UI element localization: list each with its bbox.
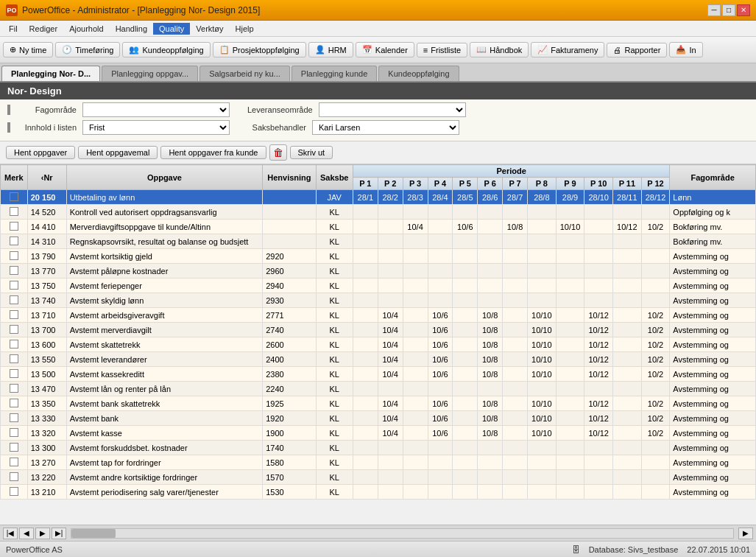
row-checkbox[interactable] (10, 369, 18, 378)
tab-kundeoppfolging[interactable]: Kundeoppfølging (378, 66, 459, 81)
toolbar-kundeoppfolging[interactable]: 👥 Kundeoppfølging (122, 42, 210, 57)
table-row[interactable]: 13 710Avstemt arbeidsgiveravgift2771KL10… (1, 308, 756, 323)
menu-quality[interactable]: Quality (153, 23, 190, 35)
nav-prev[interactable]: ◀ (19, 528, 34, 539)
row-checkbox[interactable] (10, 340, 18, 348)
hent-oppgaver-button[interactable]: Hent oppgaver (6, 146, 75, 159)
row-checkbox[interactable] (10, 354, 18, 363)
table-row[interactable]: 13 330Avstemt bank1920KL10/410/610/810/1… (1, 411, 756, 426)
innhold-select[interactable]: Frist (82, 120, 230, 135)
table-container[interactable]: Merk ‹Nr Oppgave Henvisning Saksbe Perio… (0, 164, 756, 557)
toolbar-prosjektoppfolging[interactable]: 📋 Prosjektoppfølging (213, 42, 306, 57)
table-row[interactable]: 13 210Avstemt periodisering salg varer/t… (1, 485, 756, 500)
app-icon: PO (6, 4, 18, 16)
row-p12 (641, 382, 670, 396)
row-checkbox[interactable] (10, 487, 18, 496)
table-row[interactable]: 14 520Kontroll ved autorisert oppdragsan… (1, 205, 756, 220)
toolbar-in[interactable]: 📥 In (669, 42, 702, 57)
row-checkbox[interactable] (10, 266, 18, 275)
row-p5 (453, 323, 478, 337)
nav-first[interactable]: |◀ (3, 528, 18, 539)
row-checkbox[interactable] (10, 428, 18, 437)
toolbar-ny-time[interactable]: ⊕ Ny time (3, 42, 53, 57)
nav-scroll-right[interactable]: ▶ (738, 528, 753, 539)
table-row[interactable]: 13 320Avstemt kasse1900KL10/410/610/810/… (1, 426, 756, 441)
table-row[interactable]: 13 220Avstemt andre kortsiktige fordring… (1, 470, 756, 485)
row-checkbox[interactable] (10, 325, 18, 334)
table-row[interactable]: 13 740Avstemt skyldig lønn2930KLAvstemmi… (1, 293, 756, 308)
row-checkbox[interactable] (10, 237, 18, 245)
table-row[interactable]: 14 410Merverdiavgiftsoppgave til kunde/A… (1, 220, 756, 234)
table-row[interactable]: 13 750Avstemt feriepenger2940KLAvstemmin… (1, 278, 756, 293)
nav-next[interactable]: ▶ (35, 528, 50, 539)
delete-button[interactable]: 🗑 (269, 144, 287, 161)
tab-salgsarbeid[interactable]: Salgsarbeid ny ku... (199, 66, 290, 81)
row-p4: 10/6 (428, 426, 453, 441)
row-p12: 10/2 (641, 367, 670, 382)
row-checkbox[interactable] (10, 222, 18, 231)
table-row[interactable]: 20 150Utbetaling av lønnJAV28/128/228/32… (1, 190, 756, 205)
toolbar-rapporter[interactable]: 🖨 Rapporter (607, 43, 667, 57)
row-p9 (556, 382, 584, 396)
row-checkbox[interactable] (10, 458, 18, 466)
table-row[interactable]: 13 350Avstemt bank skattetrekk1925KL10/4… (1, 396, 756, 411)
row-checkbox[interactable] (10, 399, 18, 407)
table-row[interactable]: 13 470Avstemt lån og renter på lån2240KL… (1, 382, 756, 396)
leveranseomrade-select[interactable] (319, 102, 466, 117)
restore-button[interactable]: □ (722, 4, 735, 16)
close-button[interactable]: ✕ (737, 4, 750, 16)
minimize-button[interactable]: ─ (707, 4, 721, 16)
tab-planlegging-nor[interactable]: Planlegging Nor- D... (1, 66, 100, 81)
toolbar-timeforing[interactable]: 🕐 Timeføring (55, 42, 120, 57)
table-row[interactable]: 13 790Avstemt kortsiktig gjeld2920KLAvst… (1, 249, 756, 264)
menu-verktoy[interactable]: Verktøy (190, 23, 229, 35)
menu-fil[interactable]: Fil (3, 23, 24, 35)
table-row[interactable]: 13 500Avstemt kassekreditt2380KL10/410/6… (1, 367, 756, 382)
toolbar-fakturameny[interactable]: 📈 Fakturameny (531, 42, 604, 57)
tab-planlegging-oppgav[interactable]: Planlegging oppgav... (102, 66, 198, 81)
row-p6 (478, 205, 503, 220)
tab-planlegging-kunde[interactable]: Planlegging kunde (292, 66, 378, 81)
menu-ajourhold[interactable]: Ajourhold (63, 23, 109, 35)
row-checkbox[interactable] (10, 310, 18, 319)
menu-rediger[interactable]: Rediger (24, 23, 64, 35)
row-checkbox[interactable] (10, 384, 18, 393)
row-p10 (584, 441, 613, 455)
table-row[interactable]: 13 300Avstemt forskuddsbet. kostnader174… (1, 441, 756, 455)
row-p10 (584, 205, 613, 220)
nav-last[interactable]: ▶| (52, 528, 66, 539)
row-p6: 10/8 (478, 323, 503, 337)
horizontal-scrollbar[interactable] (71, 528, 734, 539)
row-checkbox-cell (1, 337, 28, 352)
menu-handling[interactable]: Handling (110, 23, 153, 35)
table-row[interactable]: 14 310Regnskapsovrsikt, resultat og bala… (1, 234, 756, 249)
row-checkbox[interactable] (10, 472, 18, 481)
row-nr: 13 750 (27, 278, 66, 293)
table-row[interactable]: 13 770Avstemt påløpne kostnader2960KLAvs… (1, 264, 756, 278)
toolbar-fristliste[interactable]: ≡ Fristliste (417, 43, 467, 57)
table-row[interactable]: 13 600Avstemt skattetrekk2600KL10/410/61… (1, 337, 756, 352)
table-row[interactable]: 13 550Avstemt leverandører2400KL10/410/6… (1, 352, 756, 367)
row-p9 (556, 278, 584, 293)
toolbar-hrm[interactable]: 👤 HRM (308, 42, 353, 57)
row-checkbox[interactable] (10, 413, 18, 422)
row-p12 (641, 470, 670, 485)
toolbar-kalender[interactable]: 📅 Kalender (356, 42, 414, 57)
menu-hjelp[interactable]: Hjelp (230, 23, 260, 35)
saksbehandler-select[interactable]: Kari Larsen (312, 120, 459, 135)
row-p11 (613, 205, 642, 220)
table-row[interactable]: 13 700Avstemt merverdiavgilt2740KL10/410… (1, 323, 756, 337)
skriv-ut-button[interactable]: Skriv ut (290, 146, 333, 159)
row-checkbox[interactable] (10, 251, 18, 260)
hent-oppgavemal-button[interactable]: Hent oppgavemal (78, 146, 158, 159)
toolbar-handbok[interactable]: 📖 Håndbok (470, 42, 529, 57)
table-row[interactable]: 13 270Avstemt tap for fordringer1580KLAv… (1, 455, 756, 470)
row-checkbox[interactable] (10, 443, 18, 452)
row-checkbox[interactable] (10, 207, 18, 216)
fagomrade-select[interactable] (82, 102, 230, 117)
row-checkbox[interactable] (10, 192, 18, 201)
row-checkbox[interactable] (10, 295, 18, 304)
hent-oppgaver-fra-kunde-button[interactable]: Hent oppgaver fra kunde (160, 146, 266, 159)
row-p4 (428, 205, 453, 220)
row-checkbox[interactable] (10, 281, 18, 290)
